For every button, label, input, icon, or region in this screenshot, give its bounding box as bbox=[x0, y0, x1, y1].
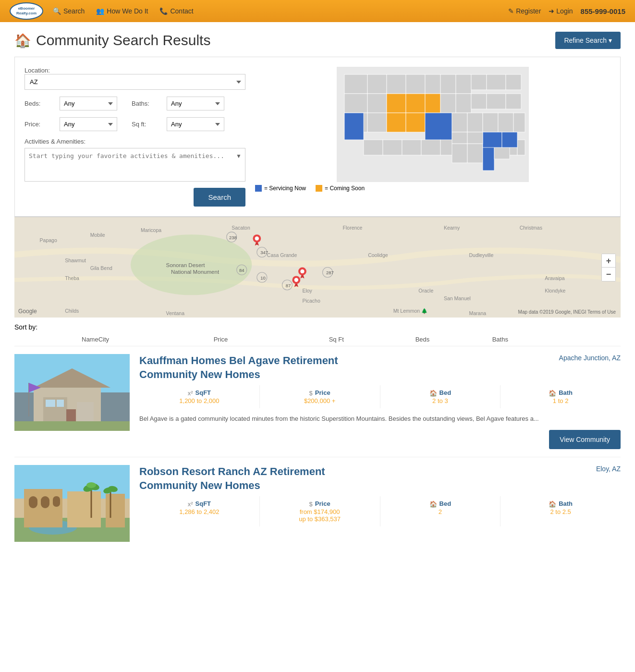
svg-rect-14 bbox=[406, 94, 425, 113]
beds-stat-label-2: Bed bbox=[440, 500, 452, 507]
legend-coming: = Coming Soon bbox=[316, 185, 365, 192]
stat-sqft-1: x² SqFT 1,200 to 2,000 bbox=[139, 385, 260, 408]
sort-col-baths[interactable]: Baths bbox=[492, 336, 621, 343]
google-map-inner: Sonoran Desert National Monument Papago … bbox=[14, 217, 621, 318]
price-select[interactable]: Any bbox=[60, 117, 117, 131]
refine-search-button[interactable]: Refine Search ▾ bbox=[555, 32, 621, 49]
listing-img-svg-1 bbox=[14, 354, 130, 431]
usa-map bbox=[255, 67, 611, 182]
register-link[interactable]: ✎ Register bbox=[508, 7, 541, 15]
sort-label: Sort by: bbox=[14, 323, 37, 331]
svg-rect-13 bbox=[387, 94, 406, 113]
nav-links: 🔍 Search 👥 How We Do It 📞 Contact bbox=[53, 7, 508, 15]
stat-beds-2: 🏠 Bed 2 bbox=[380, 496, 501, 526]
stat-price-1: $ Price $200,000 + bbox=[260, 385, 380, 408]
listing-info-2: Robson Resort Ranch AZ Retirement Commun… bbox=[139, 465, 621, 542]
sqft-label: Sq ft: bbox=[132, 121, 163, 128]
svg-rect-15 bbox=[425, 94, 440, 113]
svg-rect-119 bbox=[41, 496, 49, 508]
baths-value-1: 1 to 2 bbox=[504, 397, 617, 404]
amenities-label: Activities & Amenities: bbox=[24, 138, 245, 145]
beds-select[interactable]: Any bbox=[60, 97, 117, 110]
svg-rect-48 bbox=[452, 132, 467, 144]
nav-how[interactable]: 👥 How We Do It bbox=[96, 7, 148, 15]
svg-text:Picacho: Picacho bbox=[302, 298, 320, 304]
view-community-button-1[interactable]: View Community bbox=[549, 430, 621, 449]
sqft-icon-2: x² bbox=[188, 501, 193, 508]
svg-rect-12 bbox=[367, 94, 387, 113]
amenities-section: Activities & Amenities: ▼ bbox=[24, 138, 245, 183]
svg-text:Theba: Theba bbox=[65, 275, 79, 281]
listing-image-2 bbox=[14, 465, 130, 542]
svg-rect-35 bbox=[421, 140, 440, 155]
amenities-input[interactable] bbox=[24, 148, 245, 182]
sort-col-price[interactable]: Price bbox=[214, 336, 329, 343]
zoom-out-button[interactable]: − bbox=[602, 268, 615, 281]
svg-text:347: 347 bbox=[260, 250, 268, 255]
listing-stats-1: x² SqFT 1,200 to 2,000 $ Price $200,000 … bbox=[139, 385, 621, 408]
sqft-value-1: 1,200 to 2,000 bbox=[143, 397, 256, 404]
svg-rect-104 bbox=[77, 402, 94, 424]
svg-text:Mt Lemmon 🌲: Mt Lemmon 🌲 bbox=[393, 308, 428, 314]
svg-text:San Manuel: San Manuel bbox=[444, 295, 471, 301]
sort-col-beds[interactable]: Beds bbox=[415, 336, 492, 343]
svg-rect-120 bbox=[53, 496, 60, 507]
usa-map-svg bbox=[255, 67, 611, 182]
svg-text:Casa Grande: Casa Grande bbox=[267, 252, 297, 258]
svg-point-124 bbox=[86, 482, 96, 488]
svg-rect-19 bbox=[487, 94, 506, 109]
stat-beds-1: 🏠 Bed 2 to 3 bbox=[380, 385, 501, 408]
bath-icon-1: 🏠 bbox=[549, 390, 556, 397]
svg-text:Mobile: Mobile bbox=[90, 232, 105, 238]
beds-value-2: 2 bbox=[384, 508, 497, 515]
svg-rect-6 bbox=[440, 74, 456, 94]
login-link[interactable]: ➜ Login bbox=[549, 7, 573, 15]
svg-rect-11 bbox=[344, 94, 367, 113]
svg-text:287: 287 bbox=[326, 270, 334, 275]
sort-col-sqft[interactable]: Sq Ft bbox=[329, 336, 415, 343]
svg-rect-3 bbox=[387, 74, 406, 94]
listing-title-2: Robson Resort Ranch AZ Retirement Commun… bbox=[139, 465, 351, 492]
svg-text:Aravaipa: Aravaipa bbox=[545, 275, 565, 281]
svg-rect-42 bbox=[452, 144, 467, 163]
group-icon: 👥 bbox=[96, 7, 104, 15]
sort-col-name[interactable]: Name bbox=[14, 336, 98, 343]
svg-text:Shawmut: Shawmut bbox=[65, 257, 86, 263]
nav-contact[interactable]: 📞 Contact bbox=[159, 7, 193, 15]
svg-point-91 bbox=[255, 236, 259, 240]
sqft-select[interactable]: Any bbox=[167, 117, 224, 131]
zoom-in-button[interactable]: + bbox=[602, 254, 615, 268]
svg-rect-110 bbox=[14, 421, 130, 431]
edit-icon: ✎ bbox=[508, 7, 514, 15]
sort-columns: Name City Price Sq Ft Beds Baths bbox=[14, 333, 621, 346]
svg-rect-116 bbox=[67, 491, 101, 527]
svg-rect-106 bbox=[46, 400, 55, 407]
google-map: Sonoran Desert National Monument Papago … bbox=[14, 217, 621, 318]
search-button[interactable]: Search bbox=[194, 188, 245, 207]
svg-rect-117 bbox=[106, 494, 125, 527]
listing-img-placeholder-1 bbox=[14, 354, 130, 431]
nav-search[interactable]: 🔍 Search bbox=[53, 7, 85, 15]
listing-title-row-2: Robson Resort Ranch AZ Retirement Commun… bbox=[139, 465, 621, 496]
baths-value-2: 2 to 2.5 bbox=[504, 508, 617, 515]
svg-rect-16 bbox=[440, 94, 456, 113]
listing-title-row-1: Kauffman Homes Bel Agave Retirement Comm… bbox=[139, 354, 621, 385]
svg-rect-41 bbox=[517, 140, 525, 155]
price-value-line2-2: up to $363,537 bbox=[264, 515, 376, 523]
svg-rect-107 bbox=[57, 400, 64, 407]
svg-text:Dudleyville: Dudleyville bbox=[469, 252, 494, 258]
legend-servicing-text: = Servicing Now bbox=[264, 185, 306, 192]
sort-col-city[interactable]: City bbox=[98, 336, 214, 343]
logo[interactable]: eBoomerRealty.com bbox=[10, 2, 43, 20]
listing-img-svg-2 bbox=[14, 465, 130, 542]
baths-select[interactable]: Any bbox=[167, 97, 224, 110]
svg-text:Klondyke: Klondyke bbox=[545, 288, 565, 293]
svg-rect-33 bbox=[383, 140, 402, 155]
svg-rect-25 bbox=[406, 113, 425, 132]
location-select[interactable]: AZ bbox=[24, 74, 245, 90]
phone-number: 855-999-0015 bbox=[581, 7, 625, 15]
svg-rect-5 bbox=[425, 74, 440, 94]
svg-rect-31 bbox=[513, 113, 525, 132]
bed-icon-1: 🏠 bbox=[429, 390, 437, 397]
price-value-1: $200,000 + bbox=[264, 397, 376, 404]
